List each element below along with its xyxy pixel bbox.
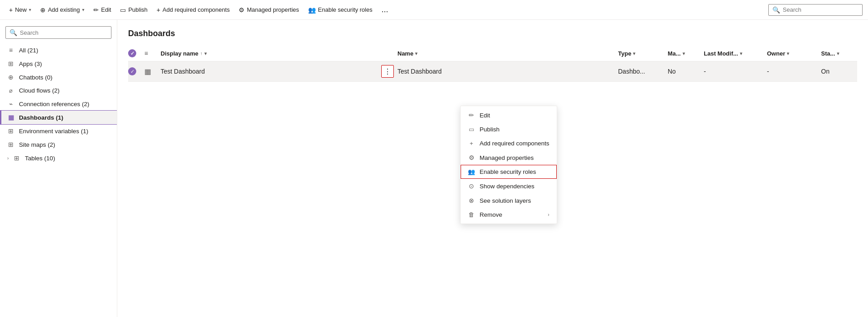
row-modified: - — [704, 68, 767, 75]
sidebar-item-dashboards[interactable]: ▦ Dashboards (1) — [0, 111, 117, 124]
name-filter-icon[interactable]: ▾ — [415, 51, 417, 56]
row-type: Dashbo... — [618, 68, 668, 75]
new-button[interactable]: + New ▾ — [5, 5, 35, 15]
row-name: Test Dashboard — [397, 68, 618, 75]
gear-icon: ⚙ — [239, 6, 245, 14]
header-type[interactable]: Type ▾ — [618, 50, 668, 57]
search-icon: 🔍 — [772, 6, 780, 14]
add-required-button[interactable]: + Add required components — [153, 5, 233, 15]
table-row[interactable]: ✓ ▦ Test Dashboard ⋮ Test Dashboard Dash… — [128, 61, 857, 82]
ctx-add-required-icon: + — [468, 140, 475, 147]
row-check-circle[interactable]: ✓ — [128, 67, 136, 75]
security-roles-icon: 👥 — [308, 6, 316, 14]
ctx-remove-icon: 🗑 — [468, 211, 475, 218]
header-status[interactable]: Sta... ▾ — [821, 50, 857, 57]
content-area: Dashboards ✓ ≡ Display name ↑ ▾ Name ▾ — [117, 20, 868, 317]
sidebar-item-cloud-flows[interactable]: ⌀ Cloud flows (2) — [0, 84, 117, 97]
dashboards-icon: ▦ — [7, 114, 14, 121]
new-chevron-icon: ▾ — [29, 7, 31, 12]
table-header: ✓ ≡ Display name ↑ ▾ Name ▾ — [128, 46, 857, 61]
toolbar-search[interactable]: 🔍 — [768, 4, 863, 16]
ctx-see-solution-layers[interactable]: ⊗ See solution layers — [461, 193, 557, 208]
row-more-button[interactable]: ⋮ — [381, 65, 394, 78]
sidebar-item-site-maps[interactable]: ⊞ Site maps (2) — [0, 138, 117, 151]
row-managed: No — [668, 68, 704, 75]
plus-icon: + — [9, 6, 13, 14]
search-input[interactable] — [783, 6, 859, 13]
ctx-edit-icon: ✏ — [468, 112, 475, 119]
sidebar-item-apps[interactable]: ⊞ Apps (3) — [0, 57, 117, 70]
modified-filter-icon[interactable]: ▾ — [740, 51, 742, 56]
main-layout: 🔍 ≡ All (21) ⊞ Apps (3) ⊕ Chatbots (0) ⌀… — [0, 20, 868, 317]
add-existing-chevron-icon: ▾ — [82, 7, 84, 12]
sidebar-item-connection-references[interactable]: ⌁ Connection references (2) — [0, 97, 117, 111]
ctx-add-required[interactable]: + Add required components — [461, 136, 557, 150]
display-name-filter-icon[interactable]: ▾ — [204, 51, 207, 56]
header-modified[interactable]: Last Modif... ▾ — [704, 50, 767, 57]
publish-button[interactable]: ▭ Publish — [116, 5, 151, 15]
toolbar: + New ▾ ⊕ Add existing ▾ ✏ Edit ▭ Publis… — [0, 0, 868, 20]
header-name[interactable]: Name ▾ — [397, 50, 618, 57]
ctx-remove[interactable]: 🗑 Remove › — [461, 208, 557, 222]
header-check-circle[interactable]: ✓ — [128, 49, 136, 57]
all-icon: ≡ — [7, 47, 14, 54]
header-check-col: ✓ — [128, 49, 144, 57]
row-status: On — [821, 68, 857, 75]
ctx-remove-submenu-icon: › — [548, 212, 549, 217]
sidebar-item-tables[interactable]: › ⊞ Tables (10) — [0, 151, 117, 165]
edit-icon: ✏ — [93, 6, 99, 14]
edit-button[interactable]: ✏ Edit — [90, 5, 115, 15]
cloud-flows-icon: ⌀ — [7, 87, 14, 94]
sidebar-item-all[interactable]: ≡ All (21) — [0, 43, 117, 57]
apps-icon: ⊞ — [7, 60, 14, 67]
status-filter-icon[interactable]: ▾ — [837, 51, 839, 56]
ctx-publish[interactable]: ▭ Publish — [461, 122, 557, 136]
ctx-security-icon: 👥 — [468, 168, 475, 175]
sidebar-search-box[interactable]: 🔍 — [5, 26, 111, 39]
row-owner: - — [767, 68, 821, 75]
ctx-dependencies-icon: ⊙ — [468, 182, 475, 190]
row-check-col[interactable]: ✓ — [128, 67, 144, 75]
sidebar-search-input[interactable] — [20, 29, 107, 36]
connection-refs-icon: ⌁ — [7, 100, 14, 107]
tables-expand-icon: › — [7, 156, 9, 161]
header-display-name[interactable]: Display name ↑ ▾ — [161, 50, 381, 57]
row-more-col: ⋮ — [381, 65, 397, 78]
managed-properties-button[interactable]: ⚙ Managed properties — [235, 5, 303, 15]
add-required-icon: + — [157, 6, 160, 14]
list-view-icon[interactable]: ≡ — [144, 50, 148, 57]
row-display-name: Test Dashboard — [161, 68, 381, 75]
more-actions-button[interactable]: ... — [378, 3, 392, 16]
ctx-layers-icon: ⊗ — [468, 197, 475, 204]
managed-filter-icon[interactable]: ▾ — [683, 51, 685, 56]
type-filter-icon[interactable]: ▾ — [633, 51, 635, 56]
owner-filter-icon[interactable]: ▾ — [787, 51, 789, 56]
add-existing-icon: ⊕ — [40, 6, 46, 14]
site-maps-icon: ⊞ — [7, 141, 14, 148]
tables-icon: ⊞ — [13, 154, 20, 162]
env-vars-icon: ⊞ — [7, 127, 14, 135]
header-icon-col: ≡ — [144, 50, 161, 57]
ctx-managed-properties[interactable]: ⚙ Managed properties — [461, 150, 557, 165]
chatbots-icon: ⊕ — [7, 74, 14, 81]
header-managed[interactable]: Ma... ▾ — [668, 50, 704, 57]
sidebar: 🔍 ≡ All (21) ⊞ Apps (3) ⊕ Chatbots (0) ⌀… — [0, 20, 117, 317]
sidebar-item-chatbots[interactable]: ⊕ Chatbots (0) — [0, 70, 117, 84]
publish-icon: ▭ — [120, 6, 126, 14]
page-title: Dashboards — [128, 29, 857, 38]
header-owner[interactable]: Owner ▾ — [767, 50, 821, 57]
ctx-enable-security[interactable]: 👥 Enable security roles — [461, 165, 557, 179]
dashboard-row-icon: ▦ — [144, 68, 151, 75]
ctx-publish-icon: ▭ — [468, 126, 475, 133]
ctx-edit[interactable]: ✏ Edit — [461, 108, 557, 122]
sidebar-search-icon: 🔍 — [9, 29, 17, 36]
context-menu: ✏ Edit ▭ Publish + Add required componen… — [460, 106, 557, 224]
add-existing-button[interactable]: ⊕ Add existing ▾ — [37, 5, 88, 15]
ctx-gear-icon: ⚙ — [468, 154, 475, 161]
ctx-show-dependencies[interactable]: ⊙ Show dependencies — [461, 179, 557, 193]
enable-security-button[interactable]: 👥 Enable security roles — [305, 5, 376, 15]
sidebar-item-environment-variables[interactable]: ⊞ Environment variables (1) — [0, 124, 117, 138]
row-icon-col: ▦ — [144, 67, 161, 76]
display-name-sort-asc-icon[interactable]: ↑ — [200, 51, 203, 56]
